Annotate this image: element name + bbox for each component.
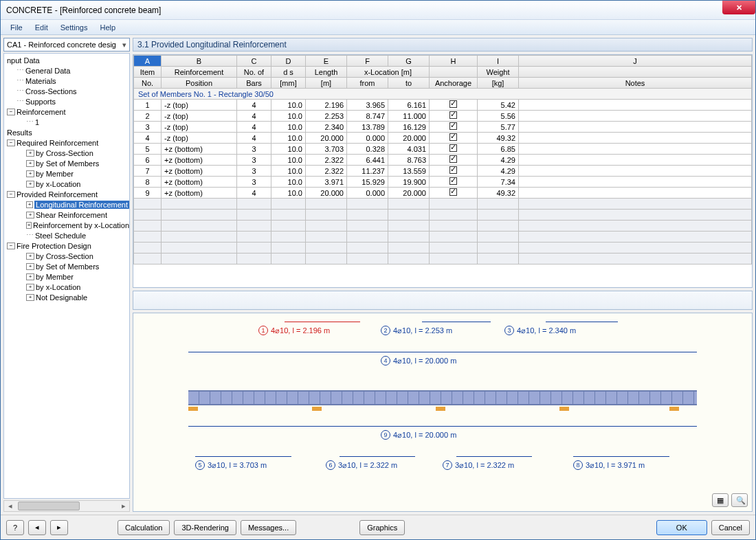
anchorage-checkbox[interactable]	[449, 122, 457, 130]
graphic-tool-1[interactable]: ▦	[712, 493, 729, 507]
cell[interactable]	[519, 188, 752, 199]
menu-file[interactable]: File	[5, 22, 28, 33]
cell[interactable]: -z (top)	[162, 133, 237, 144]
cell[interactable]: 8.763	[388, 155, 430, 166]
tree-provided[interactable]: −Provided Reinforcement	[4, 189, 129, 199]
anchorage-checkbox[interactable]	[449, 177, 457, 185]
table-row[interactable]: 9+z (bottom)410.020.0000.00020.00049.32	[134, 188, 752, 199]
col-G[interactable]: G	[388, 56, 430, 67]
cell[interactable]: +z (bottom)	[162, 188, 237, 199]
tree-prov-shear[interactable]: +Shear Reinforcement	[4, 210, 129, 220]
cell[interactable]	[519, 122, 752, 133]
cell[interactable]	[519, 166, 752, 177]
tree-supports[interactable]: ⋯Supports	[4, 96, 129, 106]
cell[interactable]: 20.000	[388, 188, 430, 199]
col-C[interactable]: C	[237, 56, 271, 67]
cell[interactable]: 3	[237, 177, 271, 188]
cell[interactable]: 3	[237, 155, 271, 166]
cell[interactable]	[430, 100, 478, 111]
tree-prov-long[interactable]: +Longitudinal Reinforcement	[4, 199, 129, 210]
tree-general-data[interactable]: ⋯General Data	[4, 65, 129, 76]
tree-prov-xloc[interactable]: +Reinforcement by x-Location	[4, 220, 129, 230]
close-button[interactable]: ✕	[722, 1, 755, 14]
cell[interactable]: 0.328	[347, 144, 388, 155]
col-B[interactable]: B	[162, 56, 237, 67]
cell[interactable]: 10.0	[271, 122, 306, 133]
cell[interactable]	[430, 133, 478, 144]
table-row[interactable]: 6+z (bottom)310.02.3226.4418.7634.29	[134, 155, 752, 166]
cell[interactable]	[519, 133, 752, 144]
cell[interactable]: 7	[134, 166, 162, 177]
tree-fire-som[interactable]: +by Set of Members	[4, 261, 129, 271]
scroll-thumb[interactable]	[18, 502, 80, 510]
collapse-icon[interactable]: −	[7, 139, 15, 146]
expand-icon[interactable]: +	[26, 294, 34, 301]
cell[interactable]: 11.237	[347, 166, 388, 177]
tree-fire-member[interactable]: +by Member	[4, 271, 129, 282]
cell[interactable]: 2.322	[306, 166, 347, 177]
expand-icon[interactable]: +	[26, 160, 34, 167]
cell[interactable]: 8	[134, 177, 162, 188]
table-row[interactable]: 5+z (bottom)310.03.7030.3284.0316.85	[134, 144, 752, 155]
cell[interactable]: 5.42	[478, 100, 519, 111]
anchorage-checkbox[interactable]	[449, 144, 457, 152]
tree-input-data[interactable]: nput Data	[4, 55, 129, 65]
table-row[interactable]: 8+z (bottom)310.03.97115.92919.9007.34	[134, 177, 752, 188]
cell[interactable]: 2.196	[306, 100, 347, 111]
cell[interactable]: 4	[237, 122, 271, 133]
tree-reinforcement-1[interactable]: ⋯1	[4, 117, 129, 127]
cell[interactable]	[430, 155, 478, 166]
cell[interactable]: 2.340	[306, 122, 347, 133]
cell[interactable]: 3.971	[306, 177, 347, 188]
scroll-left-icon[interactable]: ◂	[4, 501, 16, 511]
graphics-button[interactable]: Graphics	[359, 520, 405, 535]
expand-icon[interactable]: +	[26, 263, 34, 270]
table-row[interactable]: 3-z (top)410.02.34013.78916.1295.77	[134, 122, 752, 133]
menu-edit[interactable]: Edit	[30, 22, 54, 33]
tree-req-member[interactable]: +by Member	[4, 168, 129, 179]
cell[interactable]: 5.77	[478, 122, 519, 133]
next-button[interactable]: ▸	[50, 520, 68, 535]
messages-button[interactable]: Messages...	[241, 520, 296, 535]
col-J[interactable]: J	[519, 56, 752, 67]
expand-icon[interactable]: +	[26, 284, 34, 291]
cell[interactable]: 10.0	[271, 155, 306, 166]
cell[interactable]: 13.559	[388, 166, 430, 177]
cell[interactable]: 10.0	[271, 133, 306, 144]
titlebar[interactable]: CONCRETE - [Reinforced concrete beam] ✕	[1, 1, 755, 20]
cell[interactable]: 16.129	[388, 122, 430, 133]
cell[interactable]: 6	[134, 155, 162, 166]
cancel-button[interactable]: Cancel	[711, 520, 750, 535]
ok-button[interactable]: OK	[656, 520, 707, 535]
expand-icon[interactable]: +	[26, 253, 34, 260]
cell[interactable]: 0.000	[347, 133, 388, 144]
table-row[interactable]: 1-z (top)410.02.1963.9656.1615.42	[134, 100, 752, 111]
expand-icon[interactable]: +	[26, 201, 33, 208]
cell[interactable]: 4.29	[478, 166, 519, 177]
tree-reinforcement[interactable]: −Reinforcement	[4, 106, 129, 117]
cell[interactable]: 9	[134, 188, 162, 199]
cell[interactable]: 4	[134, 133, 162, 144]
cell[interactable]: 5	[134, 144, 162, 155]
anchorage-checkbox[interactable]	[449, 100, 457, 108]
tree-req-cs[interactable]: +by Cross-Section	[4, 148, 129, 158]
rendering-button[interactable]: 3D-Rendering	[174, 520, 236, 535]
tree-cross-sections[interactable]: ⋯Cross-Sections	[4, 86, 129, 96]
cell[interactable]: 10.0	[271, 144, 306, 155]
cell[interactable]: 6.441	[347, 155, 388, 166]
tree-fire-not[interactable]: +Not Designable	[4, 292, 129, 302]
table-row[interactable]: 2-z (top)410.02.2538.74711.0005.56	[134, 111, 752, 122]
cell[interactable]: 6.85	[478, 144, 519, 155]
col-H[interactable]: H	[430, 56, 478, 67]
cell[interactable]: 49.32	[478, 188, 519, 199]
calculation-button[interactable]: Calculation	[118, 520, 170, 535]
cell[interactable]: 3.703	[306, 144, 347, 155]
cell[interactable]: 4	[237, 188, 271, 199]
cell[interactable]: 3	[134, 122, 162, 133]
tree-fire-xloc[interactable]: +by x-Location	[4, 282, 129, 292]
results-grid[interactable]: A B C D E F G H I J	[133, 55, 752, 287]
cell[interactable]	[430, 122, 478, 133]
cell[interactable]	[430, 111, 478, 122]
cell[interactable]: 2	[134, 111, 162, 122]
expand-icon[interactable]: +	[26, 181, 34, 188]
